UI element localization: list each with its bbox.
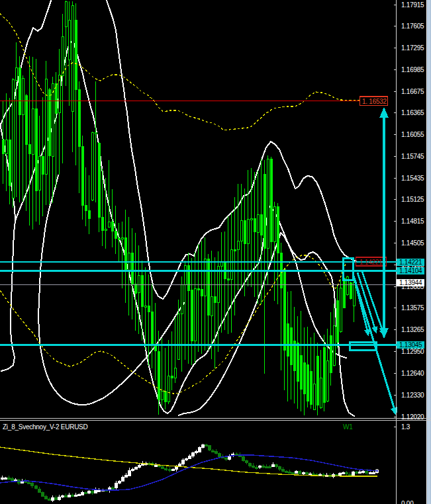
- svg-text:1.13265: 1.13265: [401, 326, 424, 333]
- svg-text:Zi_8_Svechnoy_V-2 EURUSD: Zi_8_Svechnoy_V-2 EURUSD: [3, 423, 88, 431]
- svg-text:1.12020: 1.12020: [401, 413, 424, 421]
- svg-text:1.13575: 1.13575: [401, 304, 424, 312]
- svg-text:1.14104: 1.14104: [399, 267, 422, 274]
- svg-text:1.3: 1.3: [401, 423, 410, 431]
- svg-text:1.12640: 1.12640: [401, 370, 424, 377]
- svg-text:1.12950: 1.12950: [401, 348, 424, 355]
- svg-text:1.14815: 1.14815: [401, 218, 424, 225]
- svg-text:1. 16532: 1. 16532: [362, 98, 387, 105]
- svg-text:1.14221: 1.14221: [359, 259, 383, 266]
- svg-text:1.12330: 1.12330: [401, 392, 424, 399]
- svg-text:1.17295: 1.17295: [401, 44, 424, 52]
- svg-text:1.17915: 1.17915: [401, 1, 424, 9]
- svg-text:1.15745: 1.15745: [401, 153, 424, 160]
- svg-text:1.14221: 1.14221: [399, 259, 422, 266]
- svg-text:1.16365: 1.16365: [401, 109, 424, 116]
- svg-text:1.16985: 1.16985: [401, 66, 424, 73]
- svg-text:1.13944: 1.13944: [399, 279, 422, 286]
- svg-text:0.00: 0.00: [401, 500, 414, 504]
- svg-text:1.17605: 1.17605: [401, 22, 424, 30]
- svg-text:1.16675: 1.16675: [401, 88, 424, 95]
- svg-text:1.14505: 1.14505: [401, 239, 424, 247]
- svg-text:1.16055: 1.16055: [401, 131, 424, 138]
- svg-text:1.13045: 1.13045: [399, 341, 422, 349]
- svg-text:1.15125: 1.15125: [401, 196, 424, 203]
- svg-text:W1: W1: [343, 423, 353, 431]
- svg-text:1.15435: 1.15435: [401, 175, 424, 182]
